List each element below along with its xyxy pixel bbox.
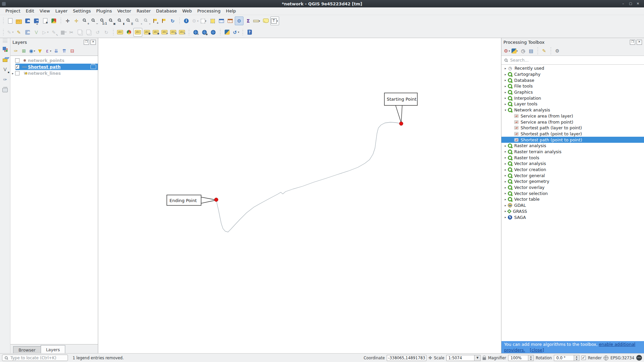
manage-map-themes-icon[interactable]: ◉▾ [28,47,36,55]
save-project-as-icon[interactable] [32,17,40,25]
scale-combobox[interactable]: 1:5074 ▼ [446,355,481,361]
menu-layer[interactable]: Layer [53,7,70,15]
project-properties-icon[interactable] [41,17,49,25]
toolbox-tree-item[interactable]: GRASS [501,208,644,215]
add-feature-icon[interactable]: V [32,28,40,36]
zoom-next-icon[interactable] [142,17,150,25]
zoom-to-layer-icon[interactable] [125,17,133,25]
menu-raster[interactable]: Raster [134,7,153,15]
locator-input[interactable] [2,355,68,361]
toolbox-tree-item[interactable]: Service area (from point) [501,119,644,125]
run-feature-action-icon[interactable]: ⚙▾ [191,17,199,25]
layer-checkbox[interactable] [15,65,20,69]
layer-checkbox[interactable] [15,71,20,75]
starting-point-marker[interactable] [400,122,403,126]
metasearch-icon[interactable] [200,28,209,36]
toolbox-tree-item[interactable]: Vector table [501,196,644,202]
coordinate-input[interactable] [387,355,426,361]
cut-features-icon[interactable]: ✂ [67,28,75,36]
zoom-to-selection-icon[interactable] [116,17,124,25]
toolbox-tree-item[interactable]: Graphics [501,89,644,95]
expander-icon[interactable] [503,144,508,147]
menu-edit[interactable]: Edit [23,7,37,15]
change-label-icon[interactable] [178,28,186,36]
vertex-tool-icon[interactable]: ▷▾ [41,28,49,36]
python-console-icon[interactable] [223,28,231,36]
menu-web[interactable]: Web [180,7,194,15]
toolbar-handle[interactable] [3,39,7,43]
map-tips-icon[interactable] [262,17,270,25]
new-spatial-bookmark-icon[interactable] [151,17,159,25]
toolbox-tree-item[interactable]: GDAL [501,202,644,208]
add-vector-layer-icon[interactable]: V [1,65,9,73]
maximize-button[interactable]: ▢ [628,1,633,6]
toolbox-tree-item[interactable]: Cartography [501,71,644,77]
processing-history-icon[interactable]: ↺▾ [232,28,240,36]
highlight-pinned-labels-icon[interactable] [134,28,142,37]
move-label-icon[interactable] [160,28,168,36]
menu-settings[interactable]: Settings [70,7,93,15]
toolbox-tree-item[interactable]: Vector general [501,172,644,178]
delete-selected-icon[interactable] [59,28,67,36]
spin-up-icon[interactable]: ▲ [574,355,579,358]
float-panel-button[interactable]: ❐ [630,40,635,45]
toolbox-tree-item[interactable]: Raster terrain analysis [501,149,644,155]
rotation-spinbox[interactable]: 0.0 ° ▲▼ [554,355,579,361]
float-panel-button[interactable]: ❐ [84,40,89,45]
expander-icon[interactable] [503,204,508,207]
spin-down-icon[interactable]: ▼ [574,358,579,361]
expand-all-icon[interactable]: ⇊ [52,47,60,55]
expander-icon[interactable] [503,102,508,106]
menu-plugins[interactable]: Plugins [93,7,115,15]
layer-checkbox[interactable] [15,58,20,63]
style-manager-icon[interactable] [50,17,58,25]
new-shapefile-layer-icon[interactable]: ✑ [1,75,9,84]
minimize-button[interactable]: – [620,1,626,6]
python-scripts-icon[interactable]: ▾ [511,47,519,55]
menu-help[interactable]: Help [223,7,239,15]
filter-by-expression-icon[interactable]: ε▾ [44,47,52,55]
expander-icon[interactable] [503,156,508,159]
expander-icon[interactable] [503,162,508,165]
collapse-all-icon[interactable]: ⇈ [61,47,68,55]
expander-icon[interactable] [503,73,508,76]
menu-vector[interactable]: Vector [115,7,134,15]
help-contents-icon[interactable] [245,28,254,36]
new-virtual-layer-icon[interactable] [1,86,9,94]
toolbox-tree-item[interactable]: Vector geometry [501,178,644,185]
osm-place-search-icon[interactable] [209,28,217,36]
toolbox-tree-item[interactable]: Network analysis [501,107,644,113]
toolbox-tree-item[interactable]: Vector creation [501,167,644,173]
undo-icon[interactable]: ↺ [93,28,102,36]
zoom-in-icon[interactable] [81,17,89,25]
open-layer-styling-icon[interactable]: ✑ [12,47,20,55]
toolbox-tree-item[interactable]: SAGA [501,214,644,220]
toolbox-tree-item[interactable]: Raster tools [501,155,644,161]
expander-icon[interactable] [503,180,508,183]
tab-layers[interactable]: Layers [41,345,65,354]
toolbox-search-input[interactable] [509,57,642,63]
expander-icon[interactable] [10,72,15,75]
spin-buttons[interactable]: ▲▼ [574,355,579,361]
processing-toolbox-icon[interactable]: ⚙ [235,17,243,25]
close-notification-link[interactable]: [close] [530,348,544,353]
filter-legend-icon[interactable]: ▼ [36,47,44,55]
zoom-last-icon[interactable] [134,17,142,25]
chevron-down-icon[interactable]: ▼ [474,355,480,361]
magnifier-spinbox[interactable]: 100% ▲▼ [508,355,534,361]
pin-unpin-labels-icon[interactable] [143,28,151,36]
zoom-out-icon[interactable] [90,17,98,25]
zoom-native-icon[interactable] [99,17,107,25]
expander-icon[interactable] [503,198,508,201]
metasearch-add-icon[interactable] [192,28,200,36]
text-annotation-icon[interactable]: ▾ [270,17,279,25]
spin-down-icon[interactable]: ▼ [528,358,533,361]
field-calculator-icon[interactable] [226,17,234,25]
pan-map-icon[interactable]: ✛ [64,17,72,25]
open-project-icon[interactable] [15,17,23,25]
expander-icon[interactable] [503,168,508,171]
models-icon[interactable]: ⚙▾ [503,47,510,55]
toolbox-tree-item[interactable]: Shortest path (point to layer) [501,131,644,137]
add-group-icon[interactable]: ⊞ [20,47,28,55]
expander-icon[interactable] [503,108,508,112]
